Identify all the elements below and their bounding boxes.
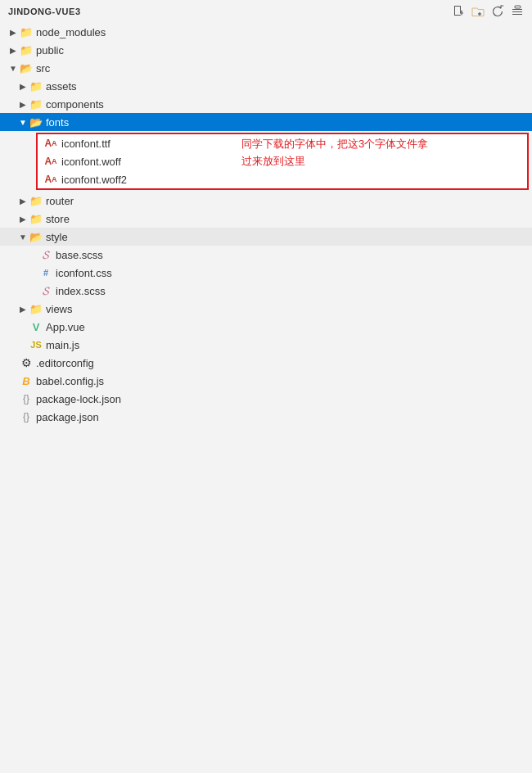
tree-item-package-lock[interactable]: ▶ {} package-lock.json — [0, 390, 532, 408]
svg-rect-1 — [454, 6, 455, 16]
tree-item-iconfont-css[interactable]: ▶ # iconfont.css — [0, 264, 532, 282]
item-label: package.json — [36, 411, 532, 423]
scss-file-icon: 𝓢 — [39, 248, 52, 261]
collapse-all-icon[interactable] — [511, 5, 524, 18]
tree-item-base-scss[interactable]: ▶ 𝓢 base.scss — [0, 246, 532, 264]
chevron-icon: ▼ — [16, 115, 29, 129]
chevron-icon: ▶ — [16, 302, 29, 315]
item-label: iconfont.woff2 — [61, 174, 527, 186]
tree-item-node-modules[interactable]: ▶ 📁 node_modules — [0, 23, 532, 41]
svg-rect-10 — [512, 14, 522, 15]
item-label: store — [46, 213, 532, 225]
css-file-icon: # — [39, 266, 52, 279]
scss-file-icon: 𝓢 — [39, 284, 52, 297]
new-file-icon[interactable] — [452, 5, 465, 18]
item-label: public — [36, 44, 532, 57]
vue-file-icon: V — [29, 320, 43, 333]
chevron-icon: ▶ — [16, 194, 29, 207]
folder-icon: 📁 — [20, 25, 33, 38]
babel-file-icon: B — [20, 374, 33, 387]
folder-icon: 📁 — [29, 302, 43, 315]
refresh-icon[interactable] — [491, 5, 504, 18]
item-label: main.js — [46, 339, 532, 351]
js-file-icon: JS — [29, 338, 43, 351]
tree-item-fonts[interactable]: ▼ 📂 fonts — [0, 113, 532, 131]
font-file-icon: AA — [44, 137, 57, 150]
tree-item-package-json[interactable]: ▶ {} package.json — [0, 408, 532, 426]
tree-item-views[interactable]: ▶ 📁 views — [0, 300, 532, 318]
item-label: iconfont.css — [56, 267, 532, 279]
svg-rect-11 — [515, 6, 521, 8]
svg-rect-8 — [512, 9, 522, 10]
tree-item-app-vue[interactable]: ▶ V App.vue — [0, 318, 532, 336]
config-file-icon: ⚙ — [20, 356, 33, 369]
svg-rect-9 — [512, 11, 522, 12]
font-file-icon: AA — [44, 155, 57, 168]
folder-open-icon: 📂 — [29, 230, 43, 243]
json-file-icon: {} — [20, 410, 33, 423]
chevron-icon: ▶ — [16, 79, 29, 93]
json-file-icon: {} — [20, 392, 33, 405]
svg-rect-3 — [460, 6, 461, 11]
item-label: fonts — [46, 116, 532, 129]
chevron-icon: ▶ — [16, 97, 29, 111]
item-label: index.scss — [56, 285, 532, 297]
file-tree: ▶ 📁 node_modules ▶ 📁 public ▼ 📂 src ▶ 📁 … — [0, 23, 532, 426]
tree-item-babel-config[interactable]: ▶ B babel.config.js — [0, 372, 532, 390]
tree-item-main-js[interactable]: ▶ JS main.js — [0, 336, 532, 354]
svg-rect-0 — [454, 6, 461, 7]
item-label: .editorconfig — [36, 357, 532, 369]
folder-icon: 📁 — [29, 212, 43, 225]
folder-icon: 📁 — [20, 43, 33, 57]
tree-item-router[interactable]: ▶ 📁 router — [0, 192, 532, 210]
tree-item-iconfont-woff2[interactable]: AA iconfont.woff2 — [38, 170, 527, 188]
item-label: babel.config.js — [36, 375, 532, 387]
item-label: App.vue — [46, 321, 532, 333]
folder-icon: 📁 — [29, 79, 43, 93]
chevron-icon: ▼ — [7, 61, 20, 75]
tree-item-editorconfig[interactable]: ▶ ⚙ .editorconfig — [0, 354, 532, 372]
tree-item-style[interactable]: ▼ 📂 style — [0, 228, 532, 246]
tree-item-assets[interactable]: ▶ 📁 assets — [0, 77, 532, 95]
item-label: views — [46, 303, 532, 315]
annotation-text: 同学下载的字体中，把这3个字体文件拿过来放到这里 — [241, 136, 430, 170]
font-file-icon: AA — [44, 173, 57, 186]
item-label: style — [46, 231, 532, 243]
header-icons — [452, 5, 524, 18]
tree-item-public[interactable]: ▶ 📁 public — [0, 41, 532, 59]
item-label: assets — [46, 80, 532, 93]
svg-rect-2 — [454, 15, 461, 16]
item-label: package-lock.json — [36, 393, 532, 405]
item-label: src — [36, 62, 532, 75]
explorer-container: JINDONG-VUE3 ▶ 📁 node_modules ▶ — [0, 0, 532, 773]
folder-icon: 📁 — [29, 97, 43, 111]
chevron-icon: ▶ — [7, 25, 20, 38]
item-label: router — [46, 195, 532, 207]
header-bar: JINDONG-VUE3 — [0, 0, 532, 23]
folder-icon: 📂 — [20, 61, 33, 75]
chevron-icon: ▼ — [16, 230, 29, 243]
item-label: base.scss — [56, 249, 532, 261]
tree-item-store[interactable]: ▶ 📁 store — [0, 210, 532, 228]
folder-icon: 📁 — [29, 194, 43, 207]
new-folder-icon[interactable] — [471, 5, 485, 18]
tree-item-src[interactable]: ▼ 📂 src — [0, 59, 532, 77]
explorer-title: JINDONG-VUE3 — [8, 7, 81, 16]
folder-open-icon: 📂 — [29, 115, 43, 129]
tree-item-components[interactable]: ▶ 📁 components — [0, 95, 532, 113]
tree-item-index-scss[interactable]: ▶ 𝓢 index.scss — [0, 282, 532, 300]
item-label: components — [46, 98, 532, 111]
chevron-icon: ▶ — [16, 212, 29, 225]
item-label: node_modules — [36, 26, 532, 38]
chevron-icon: ▶ — [7, 43, 20, 57]
